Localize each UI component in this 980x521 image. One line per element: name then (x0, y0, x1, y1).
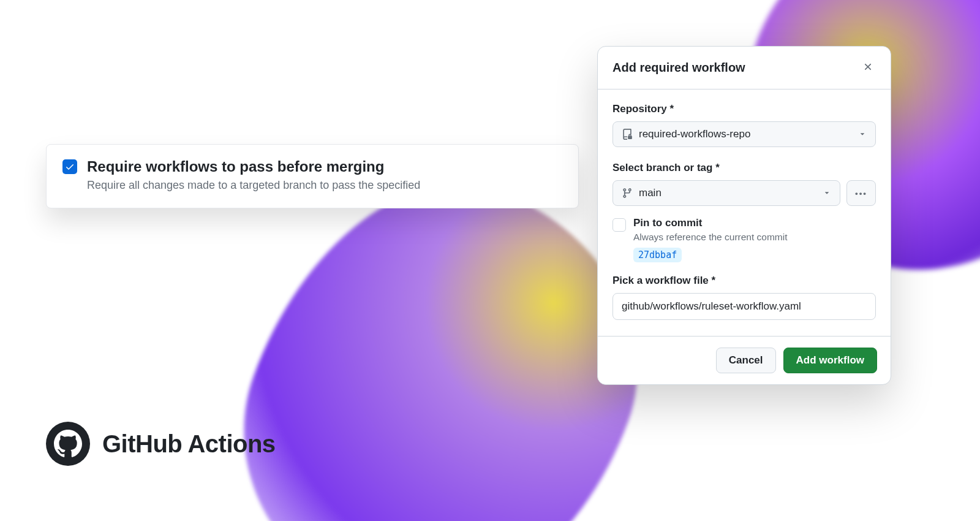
branch-label: Select branch or tag * (612, 162, 876, 174)
dialog-footer: Cancel Add workflow (598, 336, 891, 384)
workflow-file-input[interactable] (612, 293, 876, 320)
chevron-down-icon (858, 130, 867, 139)
require-workflows-card: Require workflows to pass before merging… (46, 144, 579, 208)
repository-label: Repository * (612, 103, 876, 115)
repository-select[interactable]: required-workflows-repo (612, 121, 876, 147)
github-mark-icon (54, 430, 82, 458)
pin-to-commit-title: Pin to commit (633, 217, 788, 229)
kebab-icon: ••• (855, 189, 867, 198)
github-actions-brand: GitHub Actions (46, 422, 276, 466)
require-workflows-checkbox[interactable] (62, 159, 77, 174)
cancel-button[interactable]: Cancel (716, 348, 776, 373)
dialog-title: Add required workflow (612, 61, 745, 75)
dialog-header: Add required workflow (598, 47, 891, 89)
pin-to-commit-row: Pin to commit Always reference the curre… (612, 217, 876, 262)
branch-value: main (639, 187, 816, 199)
pin-to-commit-description: Always reference the current commit (633, 232, 788, 243)
pin-to-commit-checkbox[interactable] (612, 218, 626, 232)
git-branch-icon (622, 188, 633, 199)
branch-more-button[interactable]: ••• (846, 180, 876, 206)
add-required-workflow-dialog: Add required workflow Repository * requi… (597, 46, 891, 385)
brand-text: GitHub Actions (102, 430, 276, 458)
add-workflow-button[interactable]: Add workflow (783, 348, 877, 373)
repo-locked-icon (622, 129, 633, 140)
close-icon (862, 61, 873, 72)
close-button[interactable] (860, 59, 876, 77)
commit-sha-chip[interactable]: 27dbbaf (633, 248, 682, 262)
require-workflows-title: Require workflows to pass before merging (87, 158, 420, 175)
branch-select[interactable]: main (612, 180, 840, 206)
workflow-file-label: Pick a workflow file * (612, 275, 876, 287)
chevron-down-icon (823, 189, 831, 197)
repository-value: required-workflows-repo (639, 128, 852, 140)
check-icon (65, 162, 75, 172)
github-logo (46, 422, 90, 466)
require-workflows-description: Require all changes made to a targeted b… (87, 179, 420, 192)
